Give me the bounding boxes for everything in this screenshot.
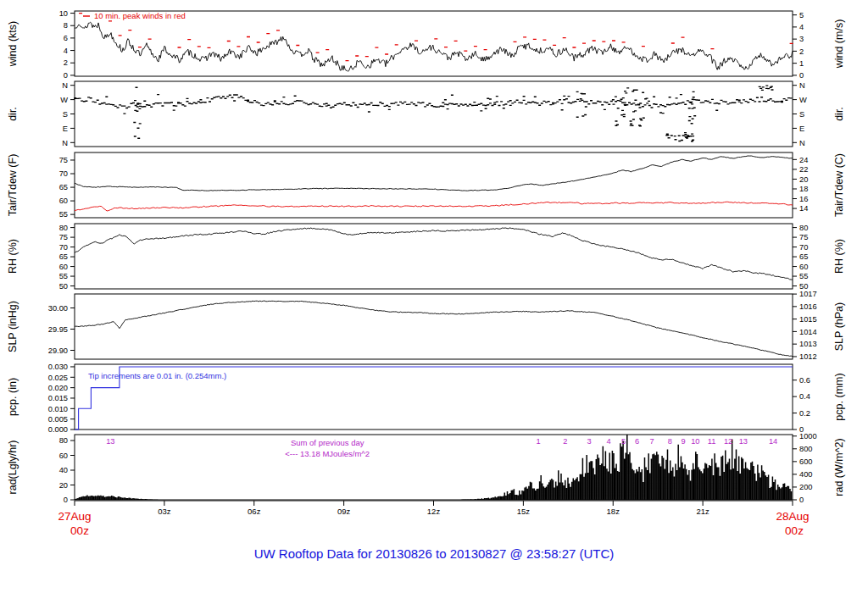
hour-label: 3	[587, 437, 591, 446]
y-tick-label-right: 1012	[799, 352, 817, 361]
y-axis-label-left-rad: rad(Lgly/hr)	[7, 441, 19, 495]
y-axis-label-right-dir: dir.	[833, 107, 845, 121]
annotation-text-rad: <--- 13.18 MJoules/m^2	[285, 449, 370, 458]
y-axis-label-left-rh: RH (%)	[7, 239, 19, 274]
hour-label: 13	[739, 437, 748, 446]
y-tick-label-right: 1	[799, 59, 804, 68]
y-tick-label-left: W	[60, 96, 68, 104]
panel-wind: 0246810012345wind (kts)wind (m/s)10 min.…	[7, 9, 845, 80]
panels-root: 0246810012345wind (kts)wind (m/s)10 min.…	[7, 9, 845, 504]
y-axis-label-right-rh: RH (%)	[833, 239, 845, 274]
y-tick-label-left: 50	[59, 282, 68, 291]
hour-label: 11	[708, 437, 716, 446]
x-axis-end-date: 28Aug	[776, 510, 809, 523]
y-tick-label-left: 0.005	[48, 415, 68, 424]
legend-peak-wind-text: 10 min. peak winds in red	[94, 11, 186, 20]
y-tick-label-left: 65	[59, 183, 68, 191]
y-tick-label-right: 24	[799, 156, 808, 164]
y-tick-label-right: 1000	[799, 432, 817, 441]
hour-label: 12	[724, 437, 732, 446]
x-tick-label: 06z	[248, 507, 261, 516]
y-tick-label-right: S	[799, 110, 804, 119]
y-axis-label-left-slp: SLP (inHg)	[7, 301, 19, 352]
y-tick-label-left: 70	[59, 243, 68, 252]
hour-label: 8	[668, 437, 672, 446]
uw-rooftop-chart-page: 0246810012345wind (kts)wind (m/s)10 min.…	[0, 0, 868, 593]
y-tick-label-right: W	[799, 96, 807, 104]
y-tick-label-left: N	[62, 81, 68, 90]
y-tick-label-left: 0.000	[48, 425, 68, 434]
y-tick-label-left: 0.010	[48, 405, 68, 413]
y-tick-label-right: 80	[799, 224, 808, 232]
hour-label: 9	[682, 437, 686, 446]
y-tick-label-right: 18	[799, 185, 808, 193]
y-tick-label-left: 29.90	[48, 346, 68, 355]
y-tick-label-right: 22	[799, 165, 808, 174]
x-tick-label: 21z	[696, 507, 709, 516]
annotation-text-pcp: Tip increments are 0.01 in. (0.254mm.)	[88, 371, 226, 380]
panel-box	[75, 294, 793, 359]
y-tick-label-right: 1014	[799, 328, 817, 336]
y-tick-label-left: 0.015	[48, 394, 68, 402]
y-axis-label-left-pcp: pcp. (in)	[7, 378, 19, 416]
x-axis-start-date: 27Aug	[58, 510, 91, 523]
y-tick-label-left: 0	[64, 71, 68, 80]
panel-box	[75, 224, 793, 289]
panel-pcp: 0.0000.0050.0100.0150.0200.0250.03000.20…	[7, 363, 845, 434]
y-tick-label-left: 70	[59, 169, 68, 178]
x-axis: 03z06z09z12z15z18z21z27Aug00z28Aug00z	[58, 501, 809, 537]
y-tick-label-right: 65	[799, 252, 808, 261]
y-tick-label-right: 0.6	[799, 376, 810, 385]
y-tick-label-right: 5	[799, 11, 804, 19]
y-tick-label-left: 0.020	[48, 384, 68, 392]
y-axis-label-right-slp: SLP (hPa)	[833, 302, 845, 351]
x-tick-label: 18z	[607, 507, 620, 516]
y-tick-label-left: 60	[59, 452, 68, 460]
y-tick-label-left: 0	[64, 496, 68, 504]
y-tick-label-right: 1013	[799, 340, 817, 348]
y-axis-label-left-wind: wind (kts)	[7, 21, 19, 67]
y-tick-label-right: 0.4	[799, 392, 810, 401]
y-tick-label-left: 75	[59, 233, 68, 241]
y-tick-label-left: 4	[64, 47, 68, 55]
y-axis-label-left-temp: Tair/Tdew (F)	[7, 154, 19, 217]
y-tick-label-left: 0.025	[48, 374, 68, 382]
y-axis-label-left-dir: dir.	[7, 107, 19, 121]
y-tick-label-left: 60	[59, 197, 68, 205]
y-tick-label-right: 70	[799, 243, 808, 252]
panel-rh: 5055606570758050556065707580RH (%)RH (%)	[7, 224, 845, 291]
x-tick-label: 03z	[158, 507, 171, 516]
y-tick-label-left: 30.00	[48, 304, 68, 313]
y-tick-label-right: 400	[799, 470, 813, 479]
hour-label: 5	[621, 437, 626, 446]
y-tick-label-left: E	[63, 125, 68, 133]
y-tick-label-right: N	[799, 139, 805, 147]
y-tick-label-right: 3	[799, 35, 804, 43]
hour-label: 1	[536, 437, 540, 446]
hour-label: 4	[606, 437, 610, 446]
y-tick-label-left: N	[62, 139, 68, 147]
y-tick-label-right: 14	[799, 204, 808, 213]
y-tick-label-left: 40	[59, 466, 68, 474]
y-tick-label-left: 10	[59, 9, 68, 18]
uw-rooftop-weather-figure: 0246810012345wind (kts)wind (m/s)10 min.…	[0, 0, 868, 593]
x-axis-end-hour: 00z	[785, 524, 804, 537]
y-tick-label-left: 0.030	[48, 363, 68, 371]
y-tick-label-right: 16	[799, 195, 808, 203]
y-tick-label-right: 1016	[799, 302, 817, 311]
y-tick-label-left: 80	[59, 224, 68, 232]
hour-label: 2	[563, 437, 567, 446]
hour-label: 13	[106, 437, 114, 446]
y-tick-label-left: 80	[59, 436, 68, 445]
y-tick-label-right: 1015	[799, 315, 817, 324]
y-tick-label-right: 55	[799, 272, 808, 280]
y-tick-label-left: 2	[64, 58, 68, 67]
y-tick-label-left: 6	[64, 34, 68, 42]
x-tick-label: 15z	[517, 507, 531, 516]
y-tick-label-left: 55	[59, 210, 68, 219]
panel-slp: 29.9029.9530.00101210131014101510161017S…	[7, 290, 845, 361]
y-tick-label-right: 50	[799, 282, 808, 291]
panel-dir: NWSENNWSENdir.dir.	[7, 81, 845, 147]
y-tick-label-left: 20	[59, 481, 68, 490]
y-tick-label-right: 0.2	[799, 409, 810, 418]
